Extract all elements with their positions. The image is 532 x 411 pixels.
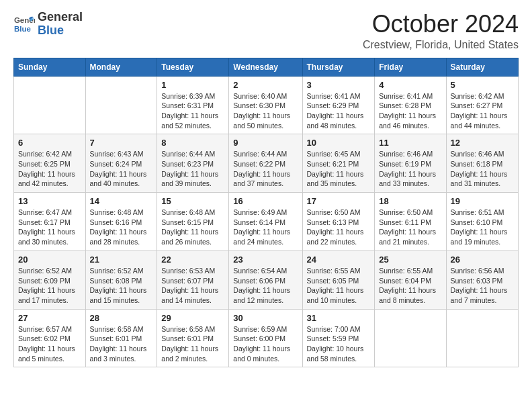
day-number: 3 — [307, 80, 371, 90]
logo-icon: General Blue — [13, 13, 35, 35]
day-info: Sunrise: 6:59 AMSunset: 6:00 PMDaylight:… — [233, 324, 298, 364]
day-of-week-header: Monday — [85, 58, 157, 76]
calendar-cell: 17Sunrise: 6:50 AMSunset: 6:13 PMDayligh… — [302, 193, 375, 251]
calendar-cell: 30Sunrise: 6:59 AMSunset: 6:00 PMDayligh… — [229, 309, 302, 367]
calendar-table: SundayMondayTuesdayWednesdayThursdayFrid… — [13, 58, 519, 368]
calendar-cell: 6Sunrise: 6:42 AMSunset: 6:25 PMDaylight… — [14, 134, 86, 193]
day-number: 30 — [233, 313, 298, 323]
calendar-cell: 10Sunrise: 6:45 AMSunset: 6:21 PMDayligh… — [302, 134, 375, 193]
calendar-cell: 7Sunrise: 6:43 AMSunset: 6:24 PMDaylight… — [85, 134, 157, 193]
calendar-cell — [14, 76, 86, 134]
logo-text: General Blue — [38, 11, 83, 38]
calendar-cell — [85, 76, 157, 134]
day-number: 5 — [451, 80, 514, 90]
calendar-cell: 4Sunrise: 6:41 AMSunset: 6:28 PMDaylight… — [375, 76, 446, 134]
day-info: Sunrise: 6:49 AMSunset: 6:14 PMDaylight:… — [233, 208, 298, 247]
day-info: Sunrise: 6:50 AMSunset: 6:11 PMDaylight:… — [379, 208, 441, 247]
day-info: Sunrise: 6:45 AMSunset: 6:21 PMDaylight:… — [307, 149, 371, 189]
day-info: Sunrise: 6:52 AMSunset: 6:09 PMDaylight:… — [18, 266, 81, 306]
day-number: 16 — [233, 196, 298, 206]
day-number: 8 — [161, 138, 224, 148]
day-info: Sunrise: 6:39 AMSunset: 6:31 PMDaylight:… — [161, 91, 224, 131]
day-of-week-header: Wednesday — [229, 58, 302, 76]
day-info: Sunrise: 6:47 AMSunset: 6:17 PMDaylight:… — [18, 208, 81, 247]
day-info: Sunrise: 6:55 AMSunset: 6:04 PMDaylight:… — [379, 266, 441, 306]
day-number: 13 — [18, 196, 81, 206]
day-info: Sunrise: 6:43 AMSunset: 6:24 PMDaylight:… — [90, 149, 153, 189]
day-number: 22 — [161, 255, 224, 265]
logo: General Blue General Blue — [13, 11, 83, 38]
calendar-cell: 28Sunrise: 6:58 AMSunset: 6:01 PMDayligh… — [85, 309, 157, 367]
title-section: October 2024 Crestview, Florida, United … — [363, 11, 519, 51]
day-info: Sunrise: 6:48 AMSunset: 6:15 PMDaylight:… — [161, 208, 224, 247]
day-number: 17 — [307, 196, 371, 206]
month-title: October 2024 — [363, 11, 519, 38]
calendar-cell: 8Sunrise: 6:44 AMSunset: 6:23 PMDaylight… — [157, 134, 229, 193]
day-info: Sunrise: 6:41 AMSunset: 6:28 PMDaylight:… — [379, 91, 441, 131]
logo-blue: Blue — [38, 24, 83, 38]
day-of-week-header: Thursday — [302, 58, 375, 76]
calendar-cell: 25Sunrise: 6:55 AMSunset: 6:04 PMDayligh… — [375, 250, 446, 309]
day-number: 11 — [379, 138, 441, 148]
day-info: Sunrise: 6:40 AMSunset: 6:30 PMDaylight:… — [233, 91, 298, 131]
day-info: Sunrise: 6:41 AMSunset: 6:29 PMDaylight:… — [307, 91, 371, 131]
day-number: 27 — [18, 313, 81, 323]
calendar-cell: 31Sunrise: 7:00 AMSunset: 5:59 PMDayligh… — [302, 309, 375, 367]
day-number: 28 — [90, 313, 153, 323]
calendar-cell: 9Sunrise: 6:44 AMSunset: 6:22 PMDaylight… — [229, 134, 302, 193]
day-number: 19 — [451, 196, 514, 206]
day-info: Sunrise: 6:48 AMSunset: 6:16 PMDaylight:… — [90, 208, 153, 247]
day-info: Sunrise: 6:58 AMSunset: 6:01 PMDaylight:… — [90, 324, 153, 364]
day-number: 23 — [233, 255, 298, 265]
day-number: 2 — [233, 80, 298, 90]
day-info: Sunrise: 6:44 AMSunset: 6:22 PMDaylight:… — [233, 149, 298, 189]
day-number: 18 — [379, 196, 441, 206]
day-number: 14 — [90, 196, 153, 206]
logo-general: General — [38, 11, 83, 24]
day-info: Sunrise: 7:00 AMSunset: 5:59 PMDaylight:… — [307, 324, 371, 364]
calendar-cell: 13Sunrise: 6:47 AMSunset: 6:17 PMDayligh… — [14, 193, 86, 251]
calendar-cell: 5Sunrise: 6:42 AMSunset: 6:27 PMDaylight… — [446, 76, 518, 134]
calendar-cell: 22Sunrise: 6:53 AMSunset: 6:07 PMDayligh… — [157, 250, 229, 309]
day-number: 12 — [451, 138, 514, 148]
day-info: Sunrise: 6:54 AMSunset: 6:06 PMDaylight:… — [233, 266, 298, 306]
day-info: Sunrise: 6:46 AMSunset: 6:19 PMDaylight:… — [379, 149, 441, 189]
day-number: 10 — [307, 138, 371, 148]
day-info: Sunrise: 6:51 AMSunset: 6:10 PMDaylight:… — [451, 208, 514, 247]
day-of-week-header: Tuesday — [157, 58, 229, 76]
day-info: Sunrise: 6:42 AMSunset: 6:25 PMDaylight:… — [18, 149, 81, 189]
day-info: Sunrise: 6:56 AMSunset: 6:03 PMDaylight:… — [451, 266, 514, 306]
calendar-cell: 23Sunrise: 6:54 AMSunset: 6:06 PMDayligh… — [229, 250, 302, 309]
day-number: 7 — [90, 138, 153, 148]
calendar-cell — [375, 309, 446, 367]
calendar-page: General Blue General Blue October 2024 C… — [0, 0, 532, 411]
day-info: Sunrise: 6:44 AMSunset: 6:23 PMDaylight:… — [161, 149, 224, 189]
calendar-cell: 15Sunrise: 6:48 AMSunset: 6:15 PMDayligh… — [157, 193, 229, 251]
calendar-cell: 11Sunrise: 6:46 AMSunset: 6:19 PMDayligh… — [375, 134, 446, 193]
day-number: 29 — [161, 313, 224, 323]
day-number: 24 — [307, 255, 371, 265]
day-info: Sunrise: 6:50 AMSunset: 6:13 PMDaylight:… — [307, 208, 371, 247]
location-title: Crestview, Florida, United States — [363, 39, 519, 51]
day-info: Sunrise: 6:53 AMSunset: 6:07 PMDaylight:… — [161, 266, 224, 306]
svg-text:Blue: Blue — [14, 24, 32, 32]
day-number: 15 — [161, 196, 224, 206]
day-number: 9 — [233, 138, 298, 148]
day-info: Sunrise: 6:58 AMSunset: 6:01 PMDaylight:… — [161, 324, 224, 364]
day-number: 4 — [379, 80, 441, 90]
day-info: Sunrise: 6:46 AMSunset: 6:18 PMDaylight:… — [451, 149, 514, 189]
calendar-cell: 26Sunrise: 6:56 AMSunset: 6:03 PMDayligh… — [446, 250, 518, 309]
calendar-cell: 14Sunrise: 6:48 AMSunset: 6:16 PMDayligh… — [85, 193, 157, 251]
calendar-cell: 18Sunrise: 6:50 AMSunset: 6:11 PMDayligh… — [375, 193, 446, 251]
calendar-cell: 27Sunrise: 6:57 AMSunset: 6:02 PMDayligh… — [14, 309, 86, 367]
calendar-cell: 3Sunrise: 6:41 AMSunset: 6:29 PMDaylight… — [302, 76, 375, 134]
day-info: Sunrise: 6:57 AMSunset: 6:02 PMDaylight:… — [18, 324, 81, 364]
calendar-cell — [446, 309, 518, 367]
calendar-cell: 2Sunrise: 6:40 AMSunset: 6:30 PMDaylight… — [229, 76, 302, 134]
day-of-week-header: Friday — [375, 58, 446, 76]
calendar-cell: 29Sunrise: 6:58 AMSunset: 6:01 PMDayligh… — [157, 309, 229, 367]
day-number: 20 — [18, 255, 81, 265]
calendar-cell: 19Sunrise: 6:51 AMSunset: 6:10 PMDayligh… — [446, 193, 518, 251]
calendar-cell: 24Sunrise: 6:55 AMSunset: 6:05 PMDayligh… — [302, 250, 375, 309]
calendar-cell: 21Sunrise: 6:52 AMSunset: 6:08 PMDayligh… — [85, 250, 157, 309]
